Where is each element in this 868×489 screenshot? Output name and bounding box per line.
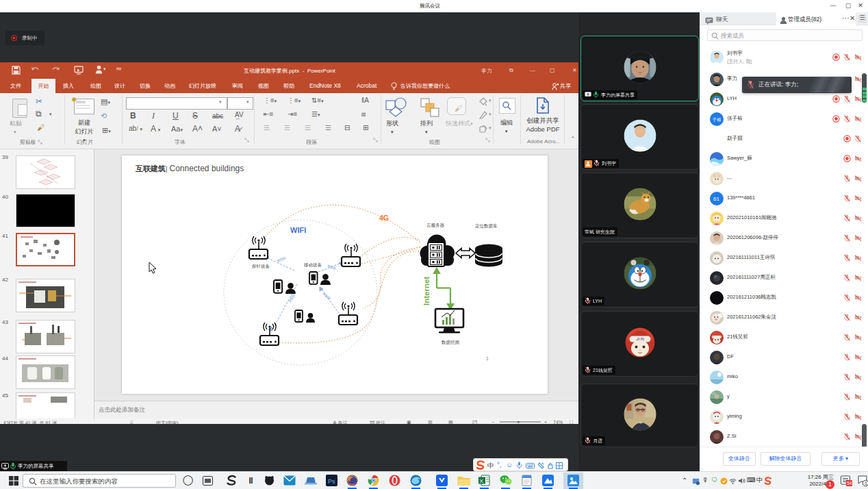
svg-text:RSSI: RSSI	[288, 293, 296, 303]
svg-text:数据挖掘: 数据挖掘	[441, 340, 460, 345]
svg-text:1: 1	[486, 356, 489, 361]
svg-text:移动设备: 移动设备	[304, 262, 322, 268]
svg-text:WIFI: WIFI	[290, 226, 306, 234]
svg-text:RSSI: RSSI	[322, 292, 331, 301]
svg-text:54: 54	[847, 481, 852, 486]
svg-text:1: 1	[865, 481, 867, 486]
svg-text:4G: 4G	[379, 214, 389, 222]
svg-text:Internet: Internet	[422, 277, 431, 305]
svg-text:云服务器: 云服务器	[426, 223, 445, 228]
svg-text:探针设备: 探针设备	[252, 264, 270, 269]
svg-text:Ps: Ps	[328, 478, 335, 485]
svg-text:RSSI: RSSI	[277, 255, 287, 263]
svg-text:定位数据库: 定位数据库	[475, 223, 498, 229]
svg-text:X: X	[480, 478, 484, 484]
